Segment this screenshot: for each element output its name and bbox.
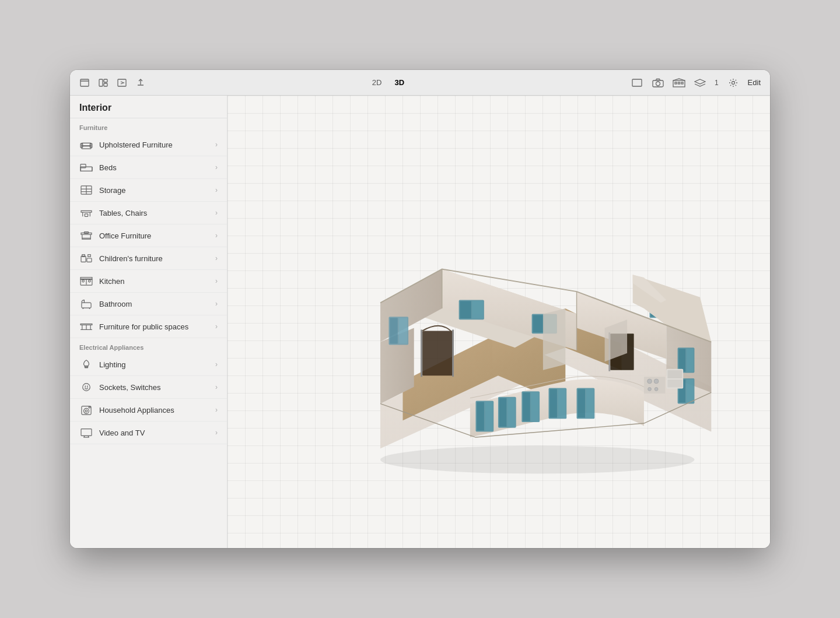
- svg-point-119: [648, 388, 651, 391]
- view-3d-button[interactable]: 3D: [388, 77, 410, 88]
- sidebar-item-upholstered[interactable]: Upholstered Furniture ›: [70, 134, 227, 156]
- svg-rect-83: [508, 398, 515, 427]
- lighting-label: Lighting: [99, 360, 209, 369]
- svg-rect-116: [643, 377, 665, 394]
- svg-rect-2: [99, 79, 103, 86]
- public-icon: [79, 321, 93, 332]
- svg-point-60: [89, 406, 90, 408]
- building-icon[interactable]: [673, 78, 685, 88]
- sidebar-item-office[interactable]: Office Furniture ›: [70, 224, 227, 247]
- view-toggle: 2D 3D: [366, 77, 410, 88]
- svg-rect-12: [681, 82, 683, 84]
- sidebar-item-tv[interactable]: Video and TV ›: [70, 422, 227, 444]
- kitchen-label: Kitchen: [99, 277, 209, 286]
- tables-chairs-label: Tables, Chairs: [99, 209, 209, 217]
- chevron-right-icon: ›: [215, 141, 218, 149]
- sidebar-item-beds[interactable]: Beds ›: [70, 156, 227, 179]
- floorplan-3d: [328, 191, 724, 482]
- storage-label: Storage: [99, 186, 209, 195]
- layers-icon[interactable]: [694, 78, 706, 88]
- tv-icon: [79, 427, 93, 438]
- svg-rect-76: [390, 318, 397, 343]
- chevron-right-icon: ›: [215, 322, 218, 331]
- frame-icon[interactable]: [631, 78, 643, 88]
- svg-point-54: [83, 384, 90, 391]
- kitchen-icon: [79, 275, 93, 287]
- sidebar-item-storage[interactable]: Storage ›: [70, 179, 227, 202]
- sidebar-item-sockets[interactable]: Sockets, Switches ›: [70, 376, 227, 399]
- edit-button[interactable]: Edit: [748, 78, 761, 87]
- svg-rect-79: [477, 402, 484, 431]
- canvas-area[interactable]: [228, 96, 770, 548]
- svg-rect-110: [452, 329, 454, 377]
- storage-icon: [79, 184, 93, 196]
- svg-point-65: [380, 446, 694, 474]
- svg-rect-80: [485, 402, 492, 431]
- office-label: Office Furniture: [99, 231, 209, 240]
- sidebar-title: Interior: [70, 96, 227, 118]
- svg-rect-92: [586, 389, 593, 417]
- toolbar-left: [79, 78, 146, 88]
- electrical-section-header: Electrical Appliances: [70, 338, 227, 353]
- sofa-icon: [79, 139, 93, 150]
- camera-icon[interactable]: [652, 78, 664, 88]
- svg-rect-3: [104, 79, 107, 82]
- svg-rect-82: [499, 398, 506, 427]
- window-icon-1[interactable]: [79, 78, 90, 88]
- sockets-label: Sockets, Switches: [99, 383, 209, 392]
- svg-rect-88: [550, 389, 557, 417]
- bathroom-label: Bathroom: [99, 300, 209, 308]
- appliances-label: Household Appliances: [99, 406, 209, 415]
- app-window: 2D 3D: [70, 70, 770, 548]
- svg-rect-114: [667, 370, 682, 378]
- svg-point-118: [654, 379, 659, 384]
- sidebar-item-public[interactable]: Furniture for public spaces ›: [70, 315, 227, 338]
- svg-rect-115: [667, 380, 682, 387]
- chevron-right-icon: ›: [215, 277, 218, 285]
- svg-point-42: [82, 280, 85, 282]
- view-toggle-group: 2D 3D: [155, 77, 621, 88]
- svg-marker-123: [542, 308, 565, 370]
- chevron-right-icon: ›: [215, 383, 218, 391]
- svg-point-120: [654, 388, 658, 391]
- chevron-right-icon: ›: [215, 406, 218, 414]
- window-icon-3[interactable]: [117, 78, 127, 88]
- upload-icon[interactable]: [135, 78, 146, 88]
- toolbar: 2D 3D: [70, 70, 770, 96]
- upholstered-label: Upholstered Furniture: [99, 141, 209, 149]
- table-icon: [79, 207, 93, 219]
- svg-point-58: [84, 408, 89, 413]
- svg-rect-86: [531, 392, 538, 421]
- svg-rect-47: [80, 324, 92, 325]
- svg-rect-36: [87, 258, 92, 262]
- svg-rect-6: [632, 79, 642, 86]
- svg-rect-19: [80, 164, 86, 168]
- chevron-right-icon: ›: [215, 429, 218, 437]
- sidebar-item-lighting[interactable]: Lighting ›: [70, 353, 227, 376]
- svg-rect-94: [678, 349, 685, 371]
- chevron-right-icon: ›: [215, 209, 218, 217]
- chevron-right-icon: ›: [215, 254, 218, 262]
- sidebar: Interior Furniture Upholstered Furniture…: [70, 96, 228, 548]
- svg-rect-61: [81, 429, 92, 436]
- svg-point-117: [647, 379, 652, 384]
- children-icon: [79, 252, 93, 264]
- svg-rect-100: [460, 301, 471, 318]
- beds-label: Beds: [99, 163, 209, 172]
- svg-rect-4: [104, 83, 107, 86]
- sidebar-item-kitchen[interactable]: Kitchen ›: [70, 270, 227, 293]
- sidebar-item-appliances[interactable]: Household Appliances ›: [70, 399, 227, 422]
- settings-icon[interactable]: [727, 78, 740, 88]
- main-area: Interior Furniture Upholstered Furniture…: [70, 96, 770, 548]
- sidebar-item-childrens[interactable]: Children's furniture ›: [70, 247, 227, 270]
- svg-rect-0: [80, 79, 89, 86]
- furniture-section-header: Furniture: [70, 118, 227, 134]
- svg-rect-77: [398, 318, 407, 343]
- sidebar-item-tables-chairs[interactable]: Tables, Chairs ›: [70, 202, 227, 224]
- svg-rect-89: [558, 389, 565, 417]
- svg-rect-11: [678, 82, 680, 84]
- svg-rect-26: [81, 210, 92, 212]
- sidebar-item-bathroom[interactable]: Bathroom ›: [70, 293, 227, 315]
- window-icon-2[interactable]: [98, 78, 108, 88]
- view-2d-button[interactable]: 2D: [366, 77, 388, 88]
